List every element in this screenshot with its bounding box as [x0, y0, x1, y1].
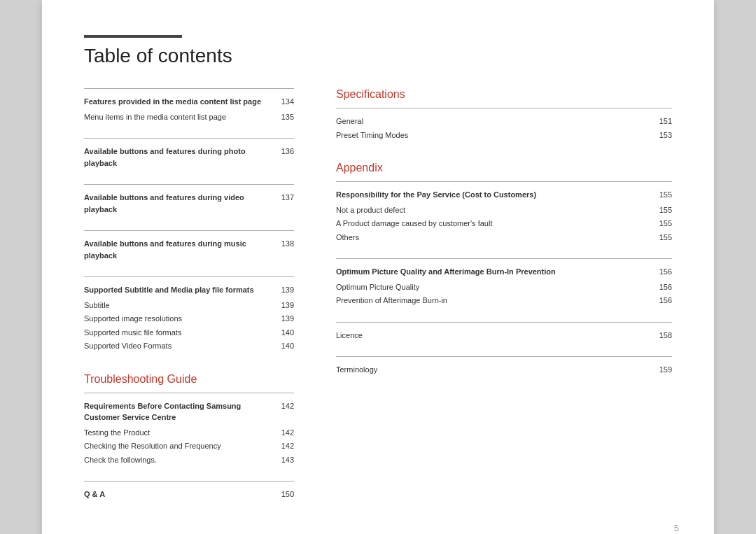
toc-entry-num: 142 — [274, 402, 294, 410]
toc-entry-num: 139 — [274, 301, 294, 309]
toc-entry: Check the followings. 143 — [84, 454, 294, 466]
toc-entry: Others 155 — [336, 232, 672, 244]
toc-section-subtitle: Supported Subtitle and Media play file f… — [84, 276, 294, 352]
toc-section-qa: Q & A 150 — [84, 481, 294, 500]
toc-entry-text: Check the followings. — [84, 454, 274, 466]
toc-section-appendix: Appendix Responsibility for the Pay Serv… — [336, 162, 672, 243]
toc-entry: Optimum Picture Quality and Afterimage B… — [336, 266, 672, 278]
toc-entry: Checking the Resolution and Frequency 14… — [84, 440, 294, 452]
toc-entry: Available buttons and features during vi… — [84, 192, 294, 215]
toc-entry-num: 153 — [652, 131, 672, 139]
toc-entry-num: 143 — [274, 456, 294, 464]
toc-entry-num: 158 — [652, 331, 672, 339]
toc-entry-num: 159 — [652, 365, 672, 374]
toc-entry-num: 155 — [652, 206, 672, 214]
toc-entry-text: Checking the Resolution and Frequency — [84, 440, 274, 452]
toc-entry-num: 134 — [274, 97, 294, 106]
toc-entry: Q & A 150 — [84, 489, 294, 500]
toc-entry: Requirements Before Contacting Samsung C… — [84, 400, 294, 423]
section-heading-appendix: Appendix — [336, 162, 672, 174]
toc-entry-text: Preset Timing Modes — [336, 129, 652, 141]
toc-section-music: Available buttons and features during mu… — [84, 230, 294, 261]
toc-entry: Testing the Product 142 — [84, 427, 294, 439]
toc-section-photo: Available buttons and features during ph… — [84, 138, 294, 169]
toc-entry: Not a product defect 155 — [336, 204, 672, 216]
section-heading-troubleshooting: Troubleshooting Guide — [84, 373, 294, 386]
toc-entry-num: 139 — [274, 314, 294, 323]
toc-section-media: Features provided in the media content l… — [84, 88, 294, 122]
toc-entry-text: Not a product defect — [336, 204, 652, 216]
toc-entry-text: Licence — [336, 330, 652, 342]
toc-section-afterimage: Optimum Picture Quality and Afterimage B… — [336, 258, 672, 307]
toc-section-troubleshooting: Troubleshooting Guide Requirements Befor… — [84, 373, 294, 466]
toc-entry: Menu items in the media content list pag… — [84, 111, 294, 123]
toc-entry-num: 156 — [652, 267, 672, 276]
title-bar-decoration — [84, 35, 182, 38]
toc-entry-text: Available buttons and features during vi… — [84, 192, 274, 215]
toc-entry: Prevention of Afterimage Burn-in 156 — [336, 295, 672, 307]
toc-entry: Supported image resolutions 139 — [84, 313, 294, 325]
toc-entry-num: 142 — [274, 428, 294, 437]
toc-entry-text: Supported image resolutions — [84, 313, 274, 325]
section-heading-specifications: Specifications — [336, 88, 672, 101]
toc-entry-text: Terminology — [336, 364, 652, 376]
toc-section-video: Available buttons and features during vi… — [84, 184, 294, 215]
toc-entry-text: A Product damage caused by customer's fa… — [336, 218, 652, 230]
toc-entry: Available buttons and features during mu… — [84, 238, 294, 261]
toc-entry-text: Menu items in the media content list pag… — [84, 111, 274, 123]
toc-entry: Terminology 159 — [336, 364, 672, 376]
toc-entry: Preset Timing Modes 153 — [336, 129, 672, 141]
toc-entry-num: 138 — [274, 239, 294, 248]
toc-entry-num: 150 — [274, 490, 294, 498]
toc-entry-text: Available buttons and features during mu… — [84, 238, 274, 261]
toc-entry-num: 155 — [652, 219, 672, 227]
toc-entry-num: 156 — [652, 296, 672, 304]
toc-entry: Features provided in the media content l… — [84, 96, 294, 108]
toc-entry-text: Responsibility for the Pay Service (Cost… — [336, 189, 652, 201]
toc-entry-text: Supported music file formats — [84, 327, 274, 339]
toc-entry-text: General — [336, 115, 652, 127]
toc-entry-text: Optimum Picture Quality — [336, 281, 652, 293]
toc-entry-text: Others — [336, 232, 652, 244]
toc-section-licence: Licence 158 — [336, 322, 672, 342]
toc-entry-text: Requirements Before Contacting Samsung C… — [84, 400, 274, 423]
toc-entry: Supported music file formats 140 — [84, 327, 294, 339]
toc-entry-text: Testing the Product — [84, 427, 274, 439]
toc-entry-text: Optimum Picture Quality and Afterimage B… — [336, 266, 652, 278]
toc-entry-num: 140 — [274, 342, 294, 350]
toc-entry: Responsibility for the Pay Service (Cost… — [336, 189, 672, 201]
toc-entry-text: Supported Subtitle and Media play file f… — [84, 284, 274, 296]
left-column: Features provided in the media content l… — [84, 88, 294, 516]
toc-entry-num: 137 — [274, 193, 294, 202]
toc-entry-text: Subtitle — [84, 300, 274, 311]
toc-entry-text: Features provided in the media content l… — [84, 96, 274, 108]
toc-entry-num: 139 — [274, 286, 294, 294]
toc-section-terminology: Terminology 159 — [336, 356, 672, 376]
toc-entry-num: 151 — [652, 117, 672, 125]
toc-entry-num: 140 — [274, 328, 294, 337]
right-column: Specifications General 151 Preset Timing… — [336, 88, 672, 516]
toc-entry: Licence 158 — [336, 330, 672, 342]
toc-entry-text: Available buttons and features during ph… — [84, 146, 274, 169]
toc-section-specifications: Specifications General 151 Preset Timing… — [336, 88, 672, 141]
content-layout: Features provided in the media content l… — [84, 88, 672, 516]
toc-entry-num: 156 — [652, 283, 672, 291]
toc-entry: Supported Subtitle and Media play file f… — [84, 284, 294, 296]
toc-entry-num: 142 — [274, 442, 294, 450]
page-number: 5 — [674, 523, 679, 533]
toc-entry-num: 136 — [274, 147, 294, 155]
toc-entry-num: 135 — [274, 113, 294, 121]
toc-entry-num: 155 — [652, 233, 672, 241]
toc-entry-num: 155 — [652, 190, 672, 199]
toc-entry: Available buttons and features during ph… — [84, 146, 294, 169]
page-title: Table of contents — [84, 45, 672, 67]
toc-entry: Optimum Picture Quality 156 — [336, 281, 672, 293]
toc-entry: A Product damage caused by customer's fa… — [336, 218, 672, 230]
toc-entry-text: Prevention of Afterimage Burn-in — [336, 295, 652, 307]
toc-entry: Subtitle 139 — [84, 300, 294, 311]
toc-entry: Supported Video Formats 140 — [84, 340, 294, 352]
toc-entry-text: Supported Video Formats — [84, 340, 274, 352]
toc-entry-text: Q & A — [84, 489, 274, 500]
page: Table of contents Features provided in t… — [42, 0, 714, 534]
toc-entry: General 151 — [336, 115, 672, 127]
